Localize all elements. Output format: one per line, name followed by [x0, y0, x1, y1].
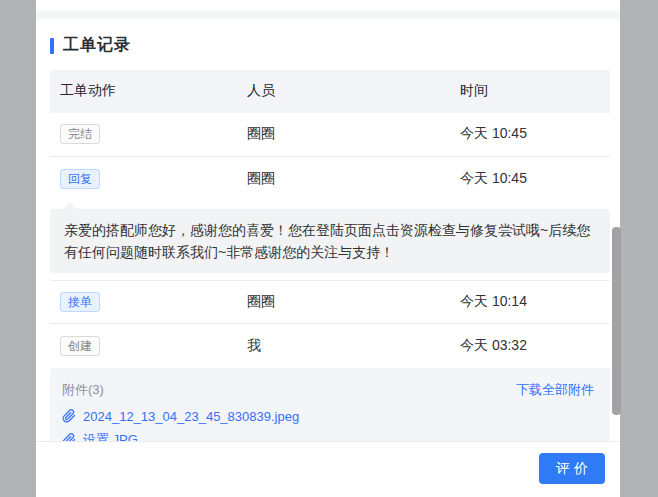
work-order-table: 工单动作 人员 时间 完结 圈圈 今天 10:45 回复 圈圈 今天 10:45…	[50, 70, 610, 441]
title-accent-bar	[50, 38, 54, 54]
modal-overlay: 工单记录 工单动作 人员 时间 完结 圈圈 今天 10:45 回复 圈圈 今天 …	[0, 0, 658, 497]
attachments-panel: 附件(3) 下载全部附件 2024_12_13_04_23_45_830839.…	[50, 368, 610, 441]
column-header-time: 时间	[460, 82, 610, 100]
action-badge: 接单	[60, 292, 100, 312]
previous-section-remnant	[36, 0, 620, 11]
person-cell: 圈圈	[247, 170, 460, 188]
attachment-item[interactable]: 2024_12_13_04_23_45_830839.jpeg	[62, 409, 594, 424]
table-header-row: 工单动作 人员 时间	[50, 70, 610, 113]
action-badge: 创建	[60, 336, 100, 356]
attachments-count-label: 附件(3)	[62, 381, 104, 399]
action-badge: 回复	[60, 169, 100, 189]
section-divider	[36, 11, 620, 19]
action-badge: 完结	[60, 124, 100, 144]
dialog-body: 工单记录 工单动作 人员 时间 完结 圈圈 今天 10:45 回复 圈圈 今天 …	[36, 19, 620, 441]
download-all-link[interactable]: 下载全部附件	[516, 381, 594, 399]
evaluate-button[interactable]: 评 价	[539, 453, 605, 484]
person-cell: 圈圈	[247, 293, 460, 311]
table-row: 完结 圈圈 今天 10:45	[50, 113, 610, 157]
time-cell: 今天 10:45	[460, 125, 610, 143]
attachment-item[interactable]: 设置.JPG	[62, 431, 594, 441]
column-header-person: 人员	[247, 82, 460, 100]
time-cell: 今天 03:32	[460, 337, 610, 355]
section-title: 工单记录	[63, 35, 131, 56]
attachment-file-link[interactable]: 2024_12_13_04_23_45_830839.jpeg	[83, 409, 299, 424]
work-order-dialog: 工单记录 工单动作 人员 时间 完结 圈圈 今天 10:45 回复 圈圈 今天 …	[36, 0, 620, 497]
dialog-footer: 评 价	[36, 441, 620, 497]
table-row: 回复 圈圈 今天 10:45	[50, 157, 610, 201]
attachments-header: 附件(3) 下载全部附件	[62, 381, 594, 399]
paperclip-icon	[62, 433, 76, 441]
attachment-file-link[interactable]: 设置.JPG	[83, 431, 138, 441]
person-cell: 圈圈	[247, 125, 460, 143]
table-row: 创建 我 今天 03:32	[50, 324, 610, 368]
paperclip-icon	[62, 409, 76, 423]
time-cell: 今天 10:45	[460, 170, 610, 188]
attachment-file-list: 2024_12_13_04_23_45_830839.jpeg 设置.JPG	[62, 409, 594, 441]
column-header-action: 工单动作	[60, 82, 247, 100]
table-row: 接单 圈圈 今天 10:14	[50, 280, 610, 324]
scrollbar-thumb[interactable]	[612, 227, 621, 415]
person-cell: 我	[247, 337, 460, 355]
reply-message-bubble: 亲爱的搭配师您好，感谢您的喜爱！您在登陆页面点击资源检查与修复尝试哦~后续您有任…	[50, 209, 610, 273]
time-cell: 今天 10:14	[460, 293, 610, 311]
section-header: 工单记录	[50, 36, 610, 56]
